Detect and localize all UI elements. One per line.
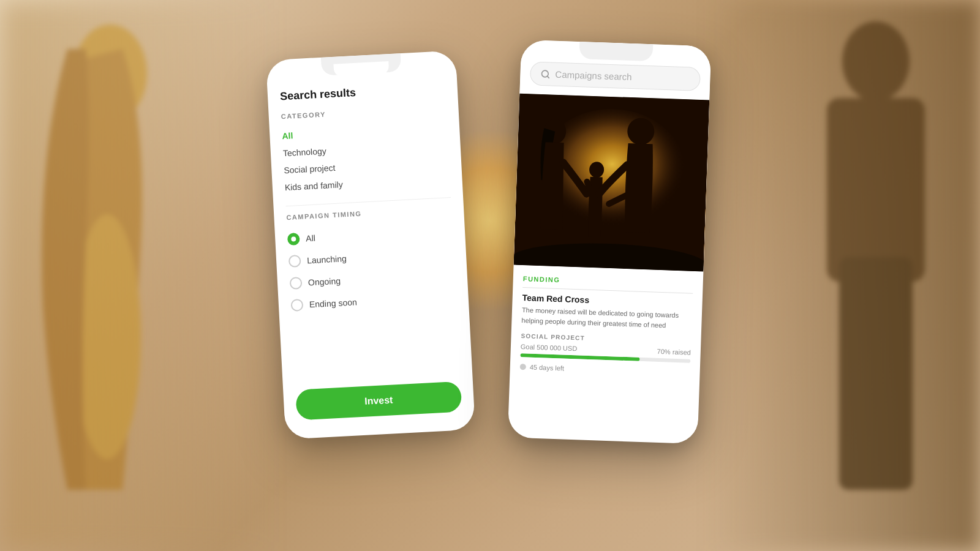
timing-list: All Launching Ongoing Ending soon xyxy=(287,220,456,317)
funding-tag: FUNDING xyxy=(522,275,693,294)
search-bar[interactable]: Campaigns search xyxy=(530,61,701,91)
invest-button[interactable]: Invest xyxy=(295,381,462,421)
radio-ending-soon[interactable] xyxy=(290,299,303,312)
goal-amount: Goal 500 000 USD xyxy=(521,343,578,352)
timing-ending-soon-label: Ending soon xyxy=(309,297,358,309)
category-section-label: CATEGORY xyxy=(281,104,447,120)
radio-launching[interactable] xyxy=(288,255,301,268)
campaign-image xyxy=(514,94,710,272)
timing-all-label: All xyxy=(306,233,315,244)
category-list: All Technology Social project Kids and f… xyxy=(282,119,450,196)
radio-ongoing[interactable] xyxy=(290,277,303,290)
days-dot xyxy=(520,364,526,370)
timing-launching-label: Launching xyxy=(307,253,347,265)
search-results-title: Search results xyxy=(280,81,446,103)
campaign-content: FUNDING Team Red Cross The money raised … xyxy=(508,265,704,444)
divider xyxy=(285,197,451,206)
progress-fill xyxy=(520,353,639,361)
phone-right-inner: Campaigns search xyxy=(508,40,711,444)
phone-left: Search results CATEGORY All Technology S… xyxy=(266,50,475,439)
timing-section-label: CAMPAIGN TIMING xyxy=(286,205,451,221)
phones-container: Search results CATEGORY All Technology S… xyxy=(276,24,704,527)
svg-rect-3 xyxy=(827,98,925,282)
svg-rect-4 xyxy=(839,257,913,490)
family-silhouette-svg xyxy=(514,94,710,272)
campaign-description: The money raised will be dedicated to go… xyxy=(521,305,692,331)
search-icon xyxy=(540,69,551,79)
days-row: 45 days left xyxy=(520,363,690,377)
days-left: 45 days left xyxy=(530,364,565,372)
phone-right: Campaigns search xyxy=(508,40,711,444)
svg-line-6 xyxy=(547,76,549,78)
silhouette-woman xyxy=(0,0,276,551)
search-placeholder: Campaigns search xyxy=(555,69,632,82)
silhouette-man xyxy=(704,0,980,551)
timing-ongoing-label: Ongoing xyxy=(308,276,341,288)
raised-percent: 70% raised xyxy=(657,348,691,356)
svg-point-2 xyxy=(842,21,910,101)
search-bar-container: Campaigns search xyxy=(519,40,711,100)
radio-all[interactable] xyxy=(287,233,300,246)
